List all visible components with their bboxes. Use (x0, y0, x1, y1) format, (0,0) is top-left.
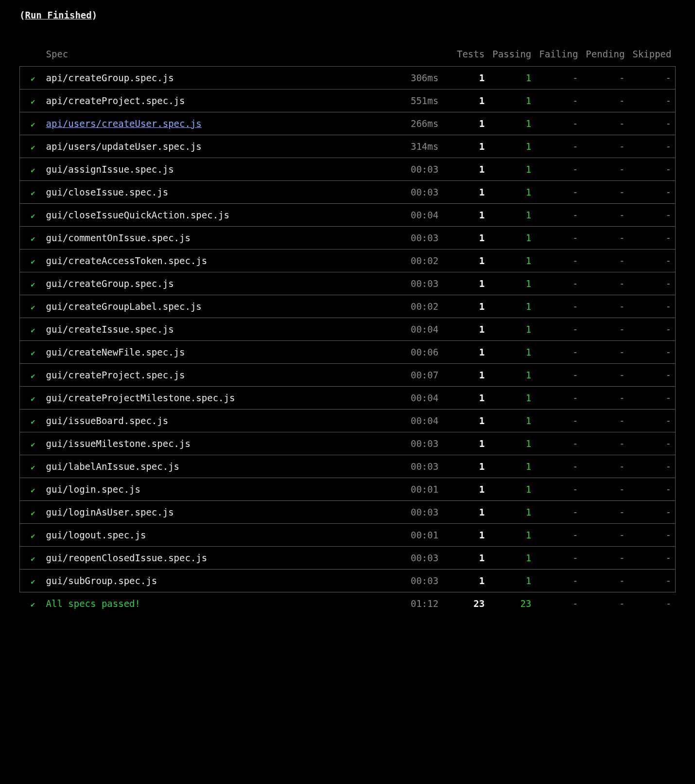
table-row: ✔gui/commentOnIssue.spec.js00:0311--- (20, 227, 676, 249)
table-row: ✔api/users/updateUser.spec.js314ms11--- (20, 135, 676, 158)
skipped-cell: - (628, 227, 675, 249)
spec-name: gui/closeIssue.spec.js (46, 187, 169, 197)
failing-cell: - (535, 135, 582, 158)
check-icon: ✔ (31, 463, 35, 472)
passing-cell: 1 (488, 570, 535, 592)
passing-cell: 1 (488, 295, 535, 318)
duration-cell: 00:03 (384, 181, 442, 204)
failing-cell: - (535, 272, 582, 295)
spec-name: gui/assignIssue.spec.js (46, 164, 174, 175)
failing-cell: - (535, 455, 582, 478)
check-icon: ✔ (31, 440, 35, 449)
pending-cell: - (582, 547, 628, 570)
tests-cell: 1 (442, 227, 488, 249)
failing-cell: - (535, 387, 582, 410)
table-row: ✔gui/closeIssue.spec.js00:0311--- (20, 181, 676, 204)
failing-cell: - (535, 570, 582, 592)
spec-name: gui/login.spec.js (46, 484, 140, 495)
passing-cell: 1 (488, 227, 535, 249)
tests-cell: 1 (442, 204, 488, 227)
skipped-cell: - (628, 387, 675, 410)
table-row: ✔gui/issueMilestone.spec.js00:0311--- (20, 432, 676, 455)
tests-cell: 1 (442, 570, 488, 592)
summary-skipped: - (628, 592, 675, 615)
skipped-cell: - (628, 341, 675, 364)
failing-cell: - (535, 341, 582, 364)
table-row: ✔api/createGroup.spec.js306ms11--- (20, 67, 676, 89)
passing-cell: 1 (488, 432, 535, 455)
spec-name: gui/createGroupLabel.spec.js (46, 301, 202, 312)
pending-cell: - (582, 432, 628, 455)
tests-cell: 1 (442, 67, 488, 89)
tests-cell: 1 (442, 272, 488, 295)
duration-cell: 00:03 (384, 455, 442, 478)
table-row: ✔gui/createIssue.spec.js00:0411--- (20, 318, 676, 341)
pending-cell: - (582, 295, 628, 318)
check-icon: ✔ (31, 120, 35, 129)
pending-cell: - (582, 455, 628, 478)
skipped-cell: - (628, 410, 675, 432)
pending-cell: - (582, 318, 628, 341)
failing-cell: - (535, 158, 582, 181)
table-row: ✔gui/createGroupLabel.spec.js00:0211--- (20, 295, 676, 318)
pending-cell: - (582, 67, 628, 89)
pending-cell: - (582, 135, 628, 158)
header-passing: Passing (488, 43, 535, 67)
spec-name: api/createGroup.spec.js (46, 72, 174, 83)
spec-name: api/users/updateUser.spec.js (46, 141, 202, 152)
spec-name: gui/issueMilestone.spec.js (46, 438, 191, 449)
tests-cell: 1 (442, 249, 488, 272)
tests-cell: 1 (442, 318, 488, 341)
pending-cell: - (582, 272, 628, 295)
spec-name: gui/subGroup.spec.js (46, 575, 157, 586)
skipped-cell: - (628, 135, 675, 158)
results-table: Spec Tests Passing Failing Pending Skipp… (19, 43, 676, 615)
check-icon: ✔ (31, 326, 35, 335)
summary-failing: - (535, 592, 582, 615)
failing-cell: - (535, 67, 582, 89)
check-icon: ✔ (31, 532, 35, 540)
skipped-cell: - (628, 364, 675, 387)
table-row: ✔gui/issueBoard.spec.js00:0411--- (20, 410, 676, 432)
pending-cell: - (582, 570, 628, 592)
skipped-cell: - (628, 547, 675, 570)
table-row: ✔gui/subGroup.spec.js00:0311--- (20, 570, 676, 592)
pending-cell: - (582, 181, 628, 204)
check-icon: ✔ (31, 394, 35, 403)
pending-cell: - (582, 249, 628, 272)
duration-cell: 00:04 (384, 387, 442, 410)
table-row: ✔gui/createNewFile.spec.js00:0611--- (20, 341, 676, 364)
skipped-cell: - (628, 295, 675, 318)
failing-cell: - (535, 295, 582, 318)
spec-link[interactable]: api/users/createUser.spec.js (46, 118, 202, 129)
failing-cell: - (535, 227, 582, 249)
tests-cell: 1 (442, 341, 488, 364)
tests-cell: 1 (442, 501, 488, 524)
check-icon: ✔ (31, 212, 35, 220)
skipped-cell: - (628, 272, 675, 295)
duration-cell: 00:07 (384, 364, 442, 387)
check-icon: ✔ (31, 554, 35, 563)
failing-cell: - (535, 112, 582, 135)
pending-cell: - (582, 227, 628, 249)
tests-cell: 1 (442, 181, 488, 204)
duration-cell: 314ms (384, 135, 442, 158)
duration-cell: 00:04 (384, 204, 442, 227)
passing-cell: 1 (488, 272, 535, 295)
tests-cell: 1 (442, 112, 488, 135)
check-icon: ✔ (31, 417, 35, 426)
header-pending: Pending (582, 43, 628, 67)
summary-label: All specs passed! (46, 598, 140, 609)
pending-cell: - (582, 112, 628, 135)
summary-row: ✔ All specs passed! 01:12 23 23 - - - (20, 592, 676, 615)
table-row: ✔gui/logout.spec.js00:0111--- (20, 524, 676, 547)
passing-cell: 1 (488, 547, 535, 570)
failing-cell: - (535, 249, 582, 272)
table-row: ✔gui/createProject.spec.js00:0711--- (20, 364, 676, 387)
skipped-cell: - (628, 570, 675, 592)
duration-cell: 00:04 (384, 318, 442, 341)
summary-duration: 01:12 (384, 592, 442, 615)
failing-cell: - (535, 524, 582, 547)
skipped-cell: - (628, 67, 675, 89)
skipped-cell: - (628, 318, 675, 341)
